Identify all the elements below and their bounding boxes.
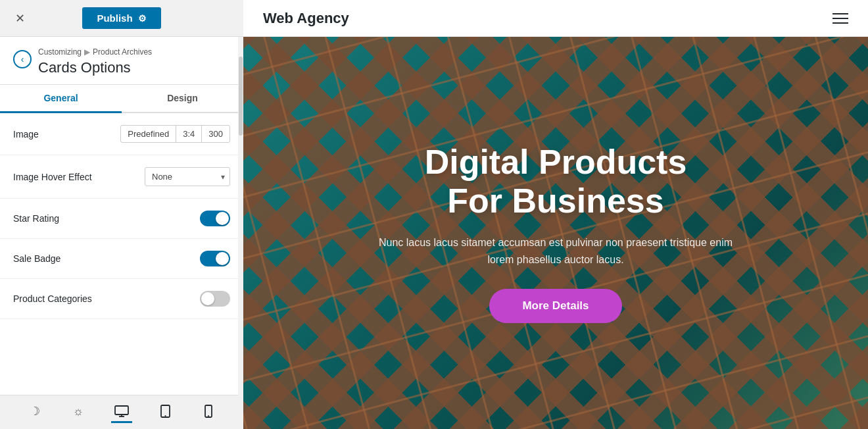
- site-title: Web Agency: [263, 10, 349, 27]
- image-label: Image: [13, 129, 39, 139]
- breadcrumb-area: ‹ Customizing ▶ Product Archives Cards O…: [0, 37, 243, 85]
- svg-point-6: [208, 415, 209, 416]
- sale-badge-toggle[interactable]: [200, 251, 230, 266]
- product-categories-row: Product Categories: [0, 279, 243, 319]
- sale-badge-label: Sale Badge: [13, 253, 60, 264]
- close-button[interactable]: ✕: [11, 9, 29, 28]
- image-size: 300: [202, 126, 229, 142]
- image-hover-effect-select-wrap: None Zoom Fade Slide: [145, 167, 230, 186]
- product-categories-toggle[interactable]: [200, 291, 230, 307]
- sale-badge-row: Sale Badge: [0, 239, 243, 279]
- tablet-icon[interactable]: [155, 402, 176, 423]
- tab-design[interactable]: Design: [122, 85, 243, 113]
- sale-badge-toggle-knob: [216, 252, 229, 265]
- tab-general[interactable]: General: [0, 85, 122, 113]
- gear-icon: ⚙: [138, 13, 147, 24]
- svg-rect-0: [115, 406, 128, 415]
- svg-point-4: [164, 415, 166, 416]
- star-rating-toggle-knob: [216, 212, 229, 225]
- moon-icon[interactable]: ☽: [24, 402, 45, 423]
- desktop-icon[interactable]: [111, 402, 132, 423]
- breadcrumb-product-archives: Product Archives: [93, 47, 152, 57]
- back-button[interactable]: ‹: [13, 50, 32, 68]
- tabs: General Design: [0, 85, 243, 113]
- sun-icon[interactable]: ☼: [68, 402, 89, 423]
- image-field-row: Image Predefined 3:4 300: [0, 113, 243, 155]
- product-categories-label: Product Categories: [13, 293, 92, 304]
- mobile-icon[interactable]: [198, 402, 219, 423]
- breadcrumb-arrow: ▶: [84, 47, 90, 57]
- hamburger-icon[interactable]: [832, 13, 848, 24]
- image-hover-effect-label: Image Hover Effect: [13, 172, 92, 182]
- image-control[interactable]: Predefined 3:4 300: [120, 125, 230, 143]
- star-rating-toggle[interactable]: [200, 211, 230, 226]
- hero-subtitle: Nunc lacus lacus sitamet accumsan est pu…: [372, 234, 740, 268]
- left-panel: ✕ Publish ⚙ ‹ Customizing ▶ Product Arch…: [0, 0, 243, 429]
- panel-content: Image Predefined 3:4 300 Image Hover Eff…: [0, 113, 243, 395]
- image-hover-effect-select[interactable]: None Zoom Fade Slide: [145, 167, 230, 186]
- right-preview: Web Agency Digital ProductsFor Business …: [243, 0, 868, 429]
- hero-section: Digital ProductsFor Business Nunc lacus …: [243, 37, 868, 429]
- section-title: Cards Options: [38, 59, 152, 76]
- image-predefined: Predefined: [121, 126, 176, 142]
- star-rating-row: Star Rating: [0, 199, 243, 239]
- product-categories-toggle-knob: [201, 292, 214, 305]
- preview-header: Web Agency: [243, 0, 868, 37]
- hero-title: Digital ProductsFor Business: [425, 143, 687, 222]
- breadcrumb-text: Customizing ▶ Product Archives Cards Opt…: [38, 47, 152, 76]
- publish-button[interactable]: Publish ⚙: [82, 7, 160, 29]
- image-hover-effect-row: Image Hover Effect None Zoom Fade Slide: [0, 155, 243, 199]
- hero-button[interactable]: More Details: [489, 289, 621, 323]
- breadcrumb: Customizing ▶ Product Archives: [38, 47, 152, 57]
- image-ratio: 3:4: [176, 126, 202, 142]
- star-rating-label: Star Rating: [13, 213, 59, 224]
- scrollbar[interactable]: [238, 37, 243, 429]
- breadcrumb-customizing: Customizing: [38, 47, 82, 57]
- scroll-thumb: [239, 57, 243, 136]
- bottom-toolbar: ☽ ☼: [0, 395, 243, 429]
- top-bar: ✕ Publish ⚙: [0, 0, 243, 37]
- hero-content: Digital ProductsFor Business Nunc lacus …: [243, 37, 868, 429]
